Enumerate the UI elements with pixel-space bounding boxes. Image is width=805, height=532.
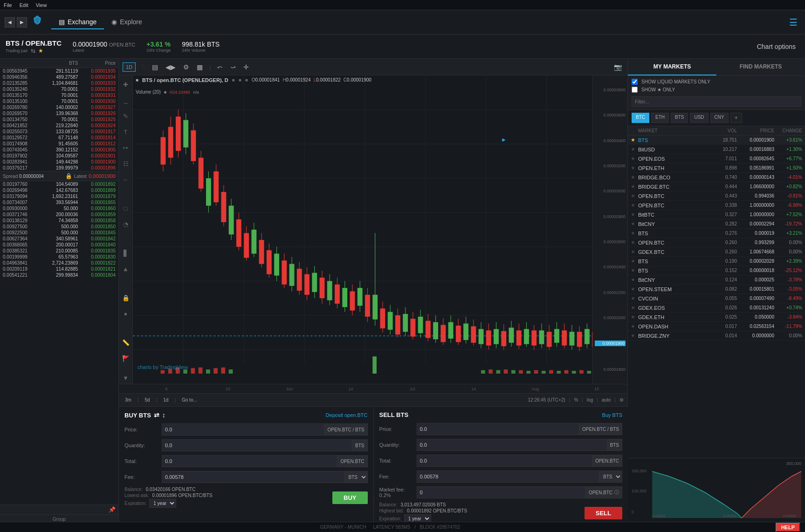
sell-fee-currency-select[interactable]: BTS bbox=[599, 471, 622, 483]
sell-order-row[interactable]: 0.00197902104.095870.00001901 bbox=[0, 153, 118, 159]
menu-view[interactable]: View bbox=[36, 2, 47, 8]
fullscreen-btn[interactable]: ✛ bbox=[241, 62, 251, 72]
buy-link[interactable]: Buy BTS bbox=[602, 412, 622, 418]
sell-total-input[interactable] bbox=[417, 455, 592, 467]
measure-tool[interactable]: ↦ bbox=[120, 142, 132, 154]
market-row-gdexeos[interactable]: ★ GDEX.EOS 0.026 0.00131240 +0.74% bbox=[628, 303, 805, 313]
sell-order-row[interactable]: 0.0012957267.711480.00001914 bbox=[0, 135, 118, 141]
market-filter-input[interactable] bbox=[632, 96, 801, 107]
market-row-bridgezny[interactable]: ★ BRIDGE.ZNY 0.014 0.0000000 0.00% bbox=[628, 331, 805, 341]
swap-icon[interactable]: ⇆ bbox=[31, 48, 35, 54]
chart-options-button[interactable]: Chart options bbox=[757, 43, 796, 50]
buy-order-row[interactable]: 0.00371746200.000360.00001859 bbox=[0, 211, 118, 218]
market-row-bitcny[interactable]: ★ BitCNY 0.282 0.00002294 -19.72% bbox=[628, 219, 805, 229]
show-liquid-checkbox[interactable] bbox=[632, 79, 638, 85]
buy-order-row[interactable]: 0.00734007393.569440.00001865 bbox=[0, 199, 118, 205]
market-row-bitcny2[interactable]: ★ BitCNY 0.124 0.000025 -3.78% bbox=[628, 275, 805, 285]
menu-file[interactable]: File bbox=[4, 2, 12, 8]
nav-forward[interactable]: ▶ bbox=[17, 17, 27, 27]
market-row-bitbtc[interactable]: ★ BitBTC 0.327 1.00000000 +7.52% bbox=[628, 210, 805, 219]
market-row-openbtc2[interactable]: ★ OPEN.BTC 0.338 1.00000000 -6.99% bbox=[628, 201, 805, 210]
buy-submit-button[interactable]: BUY bbox=[332, 491, 367, 504]
sell-order-row[interactable]: 0.00255073133.087250.00001917 bbox=[0, 129, 118, 135]
sell-price-input[interactable] bbox=[417, 423, 580, 435]
chevron-down-tool[interactable]: ▼ bbox=[120, 372, 132, 384]
chart-pct-btn[interactable]: % bbox=[574, 397, 578, 402]
drawing-tool-btn[interactable]: ▤ bbox=[150, 62, 160, 72]
alert-tool[interactable]: ▲ bbox=[120, 263, 132, 275]
info-icon[interactable]: ⓘ bbox=[614, 489, 619, 496]
buy-order-row[interactable]: 0.00269498142.676830.00001889 bbox=[0, 187, 118, 193]
favorite-icon[interactable]: ★ bbox=[38, 48, 43, 54]
sell-order-row[interactable]: 0.00283941149.442980.00001900 bbox=[0, 159, 118, 165]
market-row-openeth[interactable]: ★ OPEN.ETH 0.898 0.05186991 +1.50% bbox=[628, 164, 805, 173]
buy-order-row[interactable]: 0.031790941,692.231610.00001879 bbox=[0, 193, 118, 199]
back-btn[interactable]: ← bbox=[120, 173, 132, 185]
trend-line-tool[interactable]: ⎯ bbox=[120, 94, 132, 106]
currency-tab-eth[interactable]: ETH bbox=[651, 113, 669, 123]
chart-auto-btn[interactable]: auto bbox=[602, 397, 611, 402]
chart-gear-btn[interactable]: ⚙ bbox=[619, 397, 624, 402]
market-row-bitusd[interactable]: ★ BitUSD 10.217 0.00016883 +1.30% bbox=[628, 145, 805, 154]
pattern-tool[interactable]: □ bbox=[120, 202, 132, 214]
buy-order-row[interactable]: 0.00927500500.0000.00001850 bbox=[0, 224, 118, 230]
buy-order-row[interactable]: 0.00627364340.589610.00001842 bbox=[0, 236, 118, 242]
settings-btn[interactable]: ⚙ bbox=[181, 62, 191, 72]
market-row-bts2[interactable]: ★ BTS 0.276 0.000019 +3.21% bbox=[628, 229, 805, 238]
buy-expiry-select[interactable]: 1 year bbox=[149, 499, 176, 508]
chart-type-btn[interactable]: ▩ bbox=[195, 62, 205, 72]
show-star-checkbox[interactable] bbox=[632, 87, 638, 93]
market-row-opendash[interactable]: ★ OPEN.DASH 0.017 0.02563154 -11.79% bbox=[628, 322, 805, 331]
buy-price-input[interactable] bbox=[162, 423, 325, 436]
tab-my-markets[interactable]: MY MARKETS bbox=[628, 59, 716, 75]
hamburger-menu[interactable]: ☰ bbox=[789, 17, 798, 28]
sell-order-row[interactable]: 0.0013475070.00010.00001925 bbox=[0, 116, 118, 123]
flag-tool[interactable]: 🚩 bbox=[120, 352, 132, 364]
chart-settings-btn[interactable]: ▋ bbox=[120, 247, 132, 259]
buy-total-input[interactable] bbox=[162, 455, 337, 467]
currency-tab-usd[interactable]: USD bbox=[690, 113, 708, 123]
btn-goto[interactable]: Go to... bbox=[179, 396, 200, 403]
market-row-openeos[interactable]: ★ OPEN.EOS 7.011 0.00082645 +6.77% bbox=[628, 154, 805, 164]
redo-btn[interactable]: ⤻ bbox=[228, 62, 238, 72]
nav-back[interactable]: ◀ bbox=[5, 17, 15, 27]
timeframe-1d[interactable]: 1D bbox=[123, 62, 136, 72]
sell-order-row[interactable]: 0.021352851,104.846810.00001933 bbox=[0, 80, 118, 86]
currency-tab-btc[interactable]: BTC bbox=[632, 113, 649, 123]
buy-order-row[interactable]: 0.00368065200.000170.00001840 bbox=[0, 242, 118, 248]
buy-order-row[interactable]: 0.00922500500.0000.00001845 bbox=[0, 230, 118, 236]
chart-log-btn[interactable]: log bbox=[587, 397, 593, 402]
market-row-gdexeth[interactable]: ★ GDEX.ETH 0.025 0.050000 -3.84% bbox=[628, 313, 805, 322]
zoom-tool[interactable]: ◔ bbox=[120, 218, 132, 230]
screenshot-btn[interactable]: 📷 bbox=[612, 62, 624, 72]
lock-tool[interactable]: 🔒 bbox=[120, 292, 132, 304]
market-row-bts3[interactable]: ★ BTS 0.190 0.00002028 +2.39% bbox=[628, 257, 805, 266]
sell-order-row[interactable]: 0.00269780140.000020.00001927 bbox=[0, 104, 118, 110]
buy-order-row[interactable]: 0.0013812974.348580.00001858 bbox=[0, 218, 118, 224]
sell-order-row[interactable]: 0.00269570139.963680.00001926 bbox=[0, 110, 118, 116]
sell-order-row[interactable]: 0.00563945291.511190.00001935 bbox=[0, 68, 118, 74]
market-row-gdexbtc[interactable]: ★ GDEX.BTC 0.260 1.00674668 0.00% bbox=[628, 247, 805, 257]
ruler-tool[interactable]: 📏 bbox=[120, 336, 132, 348]
currency-tab-cny[interactable]: CNY bbox=[710, 113, 729, 123]
buy-order-row[interactable]: 0.049638412,724.238690.00001822 bbox=[0, 260, 118, 266]
sell-market-fee-input[interactable] bbox=[417, 486, 586, 498]
market-row-cvcoin[interactable]: ★ CVCOIN 0.055 0.00007490 -8.49% bbox=[628, 294, 805, 303]
market-row-openbtc1[interactable]: ★ OPEN.BTC 0.443 0.994036 -0.81% bbox=[628, 191, 805, 201]
btn-5d[interactable]: 5d bbox=[143, 396, 152, 403]
sell-qty-input[interactable] bbox=[417, 439, 607, 451]
buy-order-row[interactable]: 0.00209119114.828850.00001821 bbox=[0, 266, 118, 272]
market-row-bts[interactable]: ★ BTS 18.751 0.00001900 +3.61% bbox=[628, 136, 805, 145]
btn-3m[interactable]: 3m bbox=[123, 396, 134, 403]
tab-exchange[interactable]: ▤ Exchange bbox=[51, 15, 104, 29]
sell-order-row[interactable]: 0.00743045390.121520.00001905 bbox=[0, 147, 118, 153]
crosshair-tool[interactable]: ✚ bbox=[120, 78, 132, 90]
sell-order-row[interactable]: 0.0013517070.00010.00001931 bbox=[0, 92, 118, 98]
pencil-tool[interactable]: ✎ bbox=[120, 110, 132, 122]
buy-order-row[interactable]: 0.00197760104.540890.00001892 bbox=[0, 181, 118, 187]
btn-1d[interactable]: 1d bbox=[161, 396, 171, 403]
sell-order-row[interactable]: 0.0017490891.456050.00001912 bbox=[0, 141, 118, 147]
buy-order-row[interactable]: 0.0019999965.579630.00001830 bbox=[0, 254, 118, 260]
buy-qty-input[interactable] bbox=[162, 439, 352, 451]
sell-order-row[interactable]: 0.0013510070.00010.00001930 bbox=[0, 98, 118, 104]
